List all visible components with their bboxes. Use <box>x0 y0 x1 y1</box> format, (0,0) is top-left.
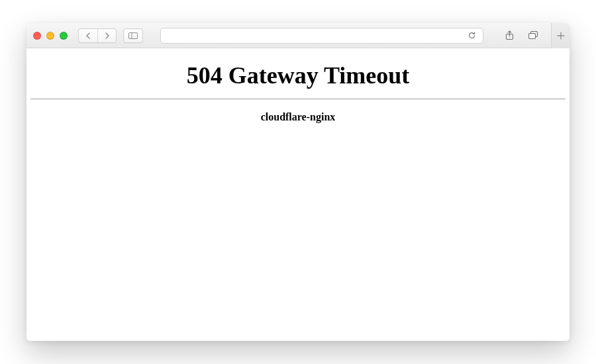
svg-rect-4 <box>528 34 535 39</box>
toolbar-right <box>501 23 563 48</box>
close-icon[interactable] <box>33 32 41 40</box>
plus-icon <box>557 32 565 40</box>
page-content: 504 Gateway Timeout cloudflare-nginx <box>26 48 570 341</box>
window-controls <box>33 32 72 40</box>
nav-back-forward <box>78 28 117 43</box>
browser-window: 504 Gateway Timeout cloudflare-nginx <box>26 23 570 341</box>
minimize-icon[interactable] <box>46 32 54 40</box>
sidebar-toggle[interactable] <box>123 28 143 43</box>
chevron-left-icon <box>85 32 91 39</box>
divider <box>30 99 566 99</box>
tabs-button[interactable] <box>524 28 542 43</box>
reload-button[interactable] <box>468 31 476 40</box>
back-button[interactable] <box>79 29 97 42</box>
titlebar <box>26 23 570 48</box>
svg-rect-0 <box>129 32 138 38</box>
maximize-icon[interactable] <box>60 32 68 40</box>
chevron-right-icon <box>105 32 110 39</box>
forward-button[interactable] <box>97 29 116 42</box>
tabs-icon <box>528 31 538 40</box>
nav-group <box>78 28 143 43</box>
server-name: cloudflare-nginx <box>26 111 570 123</box>
sidebar-icon <box>124 29 142 42</box>
error-heading: 504 Gateway Timeout <box>26 62 570 89</box>
new-tab-button[interactable] <box>551 23 570 48</box>
share-icon <box>505 30 514 40</box>
share-button[interactable] <box>501 28 518 43</box>
address-bar[interactable] <box>160 28 483 44</box>
reload-icon <box>468 31 476 40</box>
